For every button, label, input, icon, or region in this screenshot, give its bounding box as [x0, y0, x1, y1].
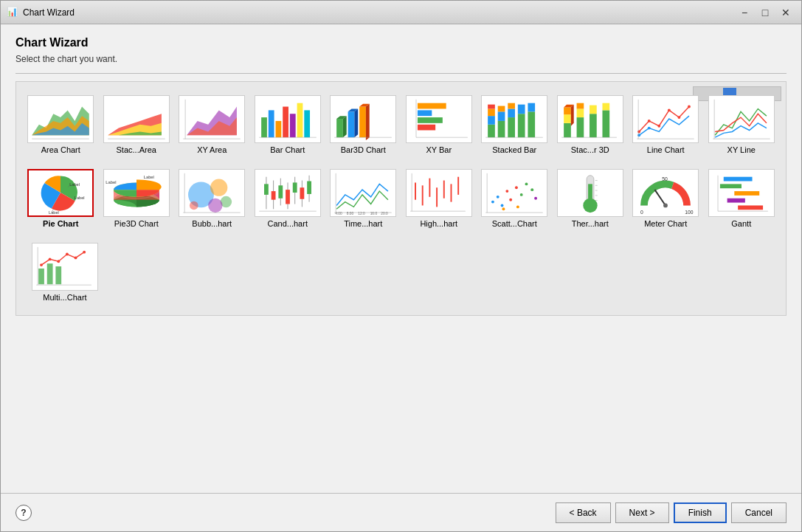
wizard-subtitle: Select the chart you want.: [15, 54, 787, 64]
svg-rect-69: [602, 110, 609, 137]
svg-rect-20: [290, 114, 296, 137]
chart-label-meter: Meter Chart: [644, 219, 687, 228]
close-button[interactable]: ✕: [776, 4, 795, 21]
chart-item-meter[interactable]: 0 50 100 Meter Chart: [630, 167, 702, 229]
footer-buttons: < Back Next > Finish Cancel: [556, 502, 787, 523]
svg-point-78: [688, 106, 691, 108]
help-button[interactable]: ?: [15, 505, 32, 521]
svg-rect-45: [488, 108, 495, 116]
svg-rect-111: [271, 191, 275, 200]
chart-thumb-gantt: [708, 169, 775, 217]
svg-rect-44: [488, 116, 495, 125]
chart-label-scatter: Scatt...Chart: [492, 219, 537, 228]
svg-marker-27: [343, 116, 347, 137]
chart-label-stacked-3d: Stac...r 3D: [571, 145, 609, 154]
svg-point-147: [515, 186, 518, 189]
svg-rect-65: [576, 108, 584, 117]
svg-text:Label: Label: [75, 196, 85, 200]
chart-label-xy-line: XY Line: [727, 145, 756, 154]
chart-thumb-bar: [255, 95, 321, 143]
chart-label-thermo: Ther...hart: [572, 219, 609, 228]
svg-rect-28: [348, 111, 355, 137]
chart-item-candle[interactable]: Cand...hart: [252, 167, 324, 229]
svg-rect-61: [564, 108, 571, 115]
chart-thumb-thermo: [557, 169, 623, 217]
chart-item-stacked-bar[interactable]: Stacked Bar: [479, 94, 550, 156]
next-button[interactable]: Next >: [615, 502, 669, 523]
chart-item-xy-bar[interactable]: XY Bar: [404, 94, 475, 156]
svg-text:12:0: 12:0: [358, 212, 365, 215]
svg-rect-70: [602, 103, 609, 111]
finish-button[interactable]: Finish: [674, 502, 727, 523]
content-area: Chart Wizard Select the chart you want.: [1, 24, 801, 493]
svg-rect-68: [590, 106, 597, 114]
chart-label-bar3d: Bar3D Chart: [341, 145, 386, 154]
chart-item-pie[interactable]: Label Label Label Pie Chart: [25, 167, 97, 229]
chart-item-gantt[interactable]: Gantt: [706, 167, 778, 229]
chart-item-area[interactable]: Area Chart: [25, 94, 97, 156]
chart-item-bubble[interactable]: Bubb...hart: [176, 167, 248, 229]
chart-item-high-low[interactable]: High...hart: [404, 167, 475, 229]
chart-thumb-high-low: [406, 169, 472, 217]
svg-rect-56: [528, 103, 536, 112]
svg-rect-36: [418, 125, 435, 131]
svg-point-153: [534, 197, 537, 200]
svg-text:Label: Label: [49, 210, 59, 215]
chart-item-bar3d[interactable]: Bar3D Chart: [328, 94, 399, 156]
svg-rect-18: [275, 121, 281, 137]
chart-thumb-stacked-3d: [557, 95, 623, 143]
svg-point-185: [49, 258, 52, 260]
minimize-button[interactable]: −: [735, 4, 754, 21]
cancel-button[interactable]: Cancel: [731, 502, 787, 523]
chart-item-pie3d[interactable]: Label Label Pie3D Chart: [101, 167, 173, 229]
chart-item-stacked-area[interactable]: Stac...Area: [101, 94, 173, 156]
chart-thumb-area: [27, 95, 94, 143]
chart-item-thermo[interactable]: Ther...hart: [555, 167, 626, 229]
svg-point-168: [663, 204, 668, 208]
chart-item-multi[interactable]: Multi...Chart: [25, 241, 105, 303]
svg-point-75: [658, 125, 661, 128]
chart-label-pie: Pie Chart: [43, 219, 78, 228]
chart-thumb-xy-area: [179, 95, 245, 143]
chart-item-line[interactable]: Line Chart: [630, 94, 702, 156]
svg-rect-19: [283, 107, 288, 138]
svg-point-103: [190, 201, 198, 210]
svg-rect-67: [590, 114, 597, 137]
chart-label-stacked-bar: Stacked Bar: [492, 145, 536, 154]
svg-point-146: [509, 198, 512, 201]
svg-text:16:0: 16:0: [370, 212, 378, 215]
charts-grid-row3: Multi...Chart: [22, 235, 780, 309]
svg-point-79: [637, 134, 640, 137]
svg-point-77: [678, 116, 681, 119]
maximize-button[interactable]: □: [756, 4, 775, 21]
footer: ? < Back Next > Finish Cancel: [1, 493, 801, 531]
chart-label-gantt: Gantt: [731, 219, 751, 228]
svg-point-149: [525, 182, 528, 185]
chart-item-bar[interactable]: Bar Chart: [252, 94, 324, 156]
svg-rect-141: [483, 170, 547, 216]
chart-thumb-stacked-area: [103, 95, 170, 143]
svg-rect-119: [300, 187, 304, 199]
chart-item-stacked-3d[interactable]: Stac...r 3D: [555, 94, 626, 156]
svg-rect-38: [418, 110, 432, 116]
svg-rect-50: [508, 117, 516, 137]
svg-rect-109: [264, 184, 269, 195]
chart-thumb-xy-line: [708, 95, 775, 143]
window-icon: 📊: [7, 7, 18, 18]
chart-item-xy-area[interactable]: XY Area: [176, 94, 248, 156]
chart-item-xy-line[interactable]: XY Line: [706, 94, 778, 156]
svg-rect-175: [734, 191, 759, 196]
svg-point-188: [75, 256, 77, 259]
chart-item-scatter[interactable]: Scatt...Chart: [479, 167, 550, 229]
svg-point-160: [584, 200, 596, 212]
chart-item-time[interactable]: 4:00 8:00 12:0 16:0 20:0 Time...hart: [328, 167, 399, 229]
chart-thumb-xy-bar: [406, 95, 472, 143]
title-bar: 📊 Chart Wizard − □ ✕: [1, 1, 801, 24]
svg-marker-33: [366, 104, 370, 140]
chart-thumb-scatter: [481, 169, 547, 217]
chart-thumb-bubble: [179, 169, 245, 217]
svg-rect-121: [307, 182, 311, 194]
back-button[interactable]: < Back: [556, 502, 611, 523]
svg-point-143: [497, 196, 499, 198]
chart-wizard-window: 📊 Chart Wizard − □ ✕ Chart Wizard Select…: [0, 0, 802, 532]
